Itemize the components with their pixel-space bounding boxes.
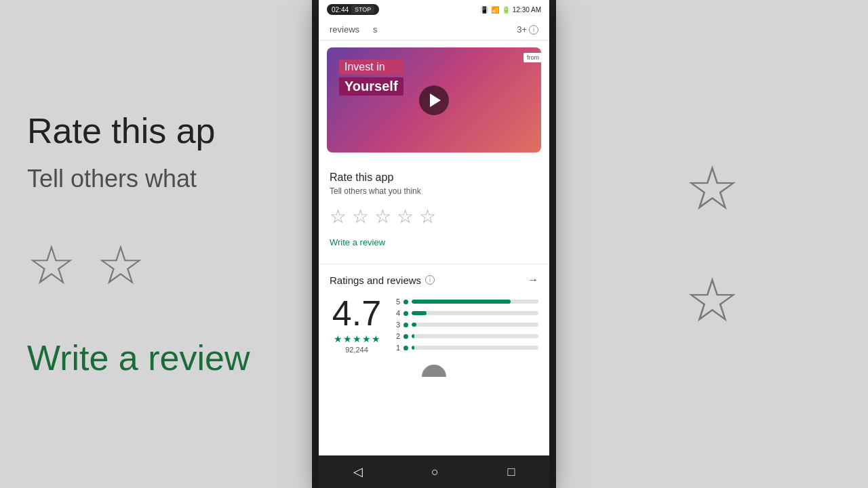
bar-track-2 (412, 334, 538, 338)
bar-dot-3 (403, 323, 408, 327)
vibrate-icon: 📳 (480, 6, 488, 14)
bg-star-2: ☆ (96, 234, 145, 297)
bar-label-3: 3 (393, 321, 400, 329)
signal-icon: 📶 (491, 6, 499, 14)
bar-dot-4 (403, 311, 408, 316)
bar-track-3 (412, 323, 538, 327)
bg-star-right-1: ☆ (685, 152, 740, 224)
bar-fill-4 (412, 311, 427, 315)
star-4[interactable]: ☆ (397, 205, 414, 228)
score-star-3: ★ (353, 333, 361, 344)
yourself-text: Yourself (339, 77, 403, 96)
star-5[interactable]: ☆ (419, 205, 436, 228)
tab-age: 3+ i (517, 22, 538, 37)
profile-avatar-peek (422, 365, 446, 377)
status-bar: 02:44 STOP 📳 📶 🔋 12:30 AM (319, 0, 549, 19)
bar-fill-2 (412, 334, 414, 338)
from-label: from (524, 53, 541, 62)
score-star-1: ★ (334, 333, 342, 344)
rate-title: Rate this app (330, 171, 538, 184)
tab-reviews[interactable]: reviews (330, 22, 359, 37)
bg-right-panel: ☆ ☆ (556, 0, 868, 488)
battery-icon: 🔋 (502, 6, 510, 14)
bar-row-2: 2 (393, 332, 538, 340)
star-2[interactable]: ☆ (352, 205, 369, 228)
age-info-icon[interactable]: i (529, 25, 538, 35)
video-overlay: Invest in Yourself (339, 60, 403, 96)
bar-fill-5 (412, 300, 511, 304)
bg-star-1: ☆ (27, 234, 76, 297)
bar-row-3: 3 (393, 321, 538, 329)
rating-breakdown: 4.7 ★ ★ ★ ★ ★ 92,244 5 (330, 296, 538, 354)
profile-peek-container (330, 365, 538, 377)
rating-bars: 5 4 3 (393, 296, 538, 354)
phone-container: 02:44 STOP 📳 📶 🔋 12:30 AM reviews s 3+ i… (319, 0, 549, 488)
bar-label-4: 4 (393, 309, 400, 317)
star-1[interactable]: ☆ (330, 205, 347, 228)
play-button[interactable] (419, 85, 449, 115)
tab-s[interactable]: s (373, 22, 378, 37)
status-pill: 02:44 STOP (327, 4, 379, 15)
bg-title: Rate this ap (27, 110, 285, 152)
ratings-header: Ratings and reviews i → (330, 274, 538, 286)
score-star-4: ★ (362, 333, 371, 344)
bg-left-panel: Rate this ap Tell others what ☆ ☆ Write … (0, 0, 312, 488)
status-right: 📳 📶 🔋 12:30 AM (480, 6, 541, 14)
app-tabs: reviews s 3+ i (319, 19, 549, 41)
bar-track-5 (412, 300, 538, 304)
recent-button[interactable]: □ (507, 465, 515, 479)
clock: 12:30 AM (513, 6, 541, 14)
bar-row-1: 1 (393, 344, 538, 352)
video-thumbnail[interactable]: Invest in Yourself from (327, 47, 541, 152)
bar-label-5: 5 (393, 298, 400, 306)
invest-in-text: Invest in (339, 60, 403, 75)
bar-dot-1 (403, 346, 408, 350)
big-score: 4.7 (332, 296, 381, 331)
bg-subtitle: Tell others what (27, 165, 285, 193)
ratings-title: Ratings and reviews (330, 274, 421, 286)
bar-dot-5 (403, 300, 408, 304)
review-count: 92,244 (345, 346, 368, 354)
score-star-5-half: ★ (372, 333, 380, 344)
bottom-nav: ◁ ○ □ (319, 455, 549, 488)
score-star-2: ★ (343, 333, 352, 344)
scroll-content[interactable]: Invest in Yourself from Rate this app Te… (319, 41, 549, 451)
rate-section: Rate this app Tell others what you think… (319, 159, 549, 254)
bar-row-4: 4 (393, 309, 538, 317)
rate-subtitle: Tell others what you think (330, 186, 538, 196)
play-triangle-icon (430, 94, 441, 107)
age-label: 3+ (517, 24, 527, 35)
rating-stars-row[interactable]: ☆ ☆ ☆ ☆ ☆ (330, 205, 538, 228)
home-button[interactable]: ○ (431, 465, 439, 479)
section-divider (319, 264, 549, 264)
status-time: 02:44 (332, 6, 349, 14)
status-left: 02:44 STOP (327, 4, 379, 15)
star-3[interactable]: ☆ (374, 205, 391, 228)
bar-label-2: 2 (393, 332, 400, 340)
ratings-info-icon[interactable]: i (425, 275, 435, 285)
bg-stars: ☆ ☆ (27, 234, 285, 297)
bg-write: Write a review (27, 338, 285, 378)
bar-label-1: 1 (393, 344, 400, 352)
bg-star-right-2: ☆ (685, 264, 740, 336)
bar-dot-2 (403, 334, 408, 339)
ratings-arrow-icon[interactable]: → (528, 274, 538, 286)
bar-fill-3 (412, 323, 416, 327)
rating-score-left: 4.7 ★ ★ ★ ★ ★ 92,244 (330, 296, 384, 354)
stop-button[interactable]: STOP (351, 5, 374, 14)
score-stars: ★ ★ ★ ★ ★ (334, 333, 380, 344)
bar-track-1 (412, 346, 538, 350)
write-review-link[interactable]: Write a review (330, 237, 538, 247)
back-button[interactable]: ◁ (353, 464, 363, 479)
bar-row-5: 5 (393, 298, 538, 306)
bar-fill-1 (412, 346, 414, 350)
ratings-section: Ratings and reviews i → 4.7 ★ ★ ★ ★ ★ 92… (319, 274, 549, 384)
bar-track-4 (412, 311, 538, 315)
